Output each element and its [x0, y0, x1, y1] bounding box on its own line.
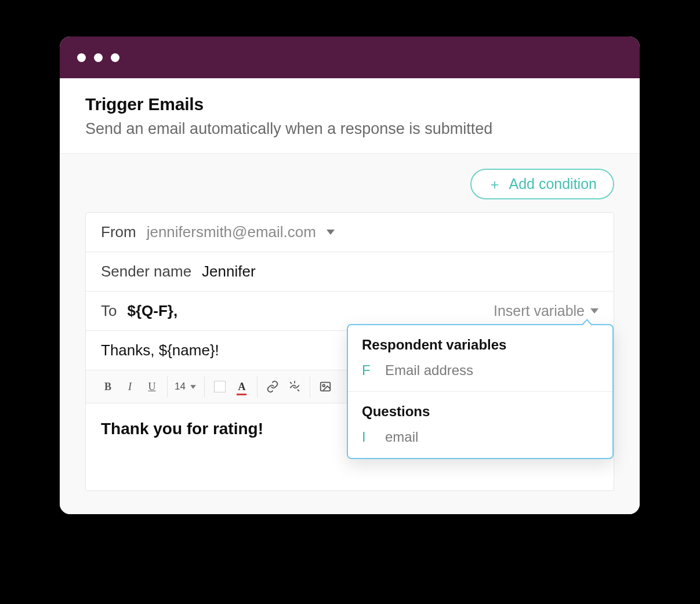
from-value[interactable]: jennifersmith@email.com: [147, 223, 316, 241]
email-composer: From jennifersmith@email.com Sender name…: [85, 212, 614, 491]
unlink-icon: [288, 380, 301, 393]
dropdown-item-email-address[interactable]: F Email address: [362, 360, 599, 381]
add-condition-label: Add condition: [509, 176, 597, 192]
dropdown-section-title: Questions: [362, 403, 599, 420]
image-icon: [319, 380, 332, 393]
window-control-dot[interactable]: [77, 53, 86, 62]
panel-header: Trigger Emails Send an email automatical…: [60, 78, 640, 153]
dropdown-item-key: I: [362, 429, 375, 445]
to-value[interactable]: ${Q-F},: [127, 302, 177, 320]
dropdown-section-title: Respondent variables: [362, 337, 599, 353]
window-control-dot[interactable]: [111, 53, 119, 62]
page-title: Trigger Emails: [85, 94, 614, 114]
svg-point-4: [322, 384, 325, 387]
unlink-button[interactable]: [286, 379, 303, 395]
sender-name-row: Sender name Jennifer: [86, 252, 614, 292]
to-label: To: [101, 302, 117, 320]
link-button[interactable]: [264, 379, 281, 395]
chevron-down-icon: [190, 385, 196, 388]
font-size-value: 14: [175, 381, 186, 392]
dropdown-section-questions: Questions I email: [348, 391, 612, 458]
page-subtitle: Send an email automatically when a respo…: [85, 120, 614, 138]
link-icon: [266, 380, 279, 393]
insert-variable-dropdown: Respondent variables F Email address Que…: [347, 324, 614, 459]
from-label: From: [101, 223, 136, 241]
window-inner: Trigger Emails Send an email automatical…: [60, 37, 640, 514]
italic-button[interactable]: I: [122, 379, 138, 395]
dropdown-item-label: email: [385, 429, 418, 445]
svg-line-1: [298, 390, 299, 391]
dropdown-section-respondent: Respondent variables F Email address: [348, 325, 612, 391]
bold-button[interactable]: B: [100, 379, 116, 395]
from-row: From jennifersmith@email.com: [86, 213, 614, 252]
window-control-dot[interactable]: [94, 53, 103, 62]
dropdown-item-key: F: [362, 362, 375, 379]
sender-name-value[interactable]: Jennifer: [202, 263, 256, 281]
dropdown-item-label: Email address: [385, 362, 473, 379]
insert-variable-label: Insert variable: [494, 303, 585, 319]
to-row: To ${Q-F}, Insert variable Respondent va…: [86, 292, 614, 331]
subject-value: Thanks, ${name}!: [101, 341, 219, 359]
chevron-down-icon[interactable]: [327, 230, 335, 235]
text-color-button[interactable]: A: [234, 379, 250, 395]
sender-name-label: Sender name: [101, 263, 191, 281]
underline-button[interactable]: U: [144, 379, 160, 395]
dropdown-item-email[interactable]: I email: [362, 427, 599, 447]
add-condition-button[interactable]: ＋ Add condition: [470, 169, 614, 199]
app-window: Trigger Emails Send an email automatical…: [60, 37, 640, 514]
panel-body: ＋ Add condition From jennifersmith@email…: [60, 153, 640, 514]
insert-variable-button[interactable]: Insert variable: [494, 303, 599, 319]
add-condition-row: ＋ Add condition: [85, 169, 614, 199]
email-body-text: Thank you for rating!: [101, 420, 263, 438]
chevron-down-icon: [590, 308, 599, 314]
image-button[interactable]: [317, 379, 333, 395]
svg-line-0: [291, 383, 292, 384]
highlight-color-button[interactable]: [212, 379, 228, 395]
font-size-select[interactable]: 14: [175, 381, 197, 392]
plus-icon: ＋: [488, 177, 502, 191]
window-titlebar: [60, 37, 640, 78]
